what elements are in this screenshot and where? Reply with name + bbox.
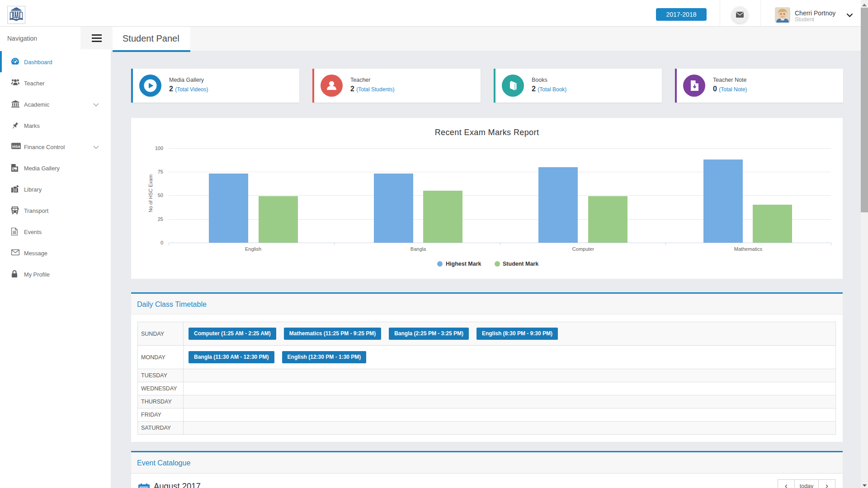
svg-text:VISA: VISA	[12, 144, 20, 148]
